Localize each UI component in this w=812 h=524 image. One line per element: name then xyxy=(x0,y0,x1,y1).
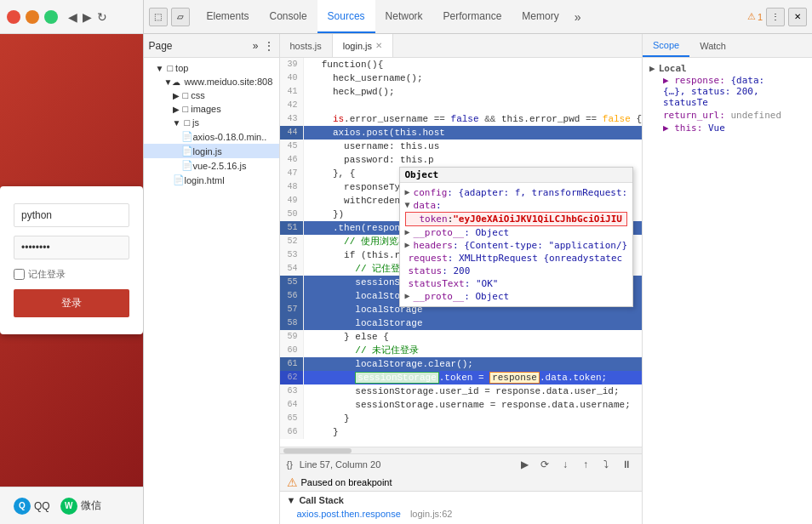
tree-item-loginjs[interactable]: 📄 login.js xyxy=(144,144,279,158)
line-41: 41 heck_pwd(); xyxy=(280,85,643,99)
popup-row-proto2: ▶ __proto__ : Object xyxy=(405,290,628,303)
debug-controls: ▶ ⟳ ↓ ↑ ⤵ ⏸ xyxy=(516,456,635,473)
toolbar-icon-refresh: ↻ xyxy=(97,10,107,24)
tree-item-css[interactable]: ▶ □ css xyxy=(144,88,279,102)
local-label: Local xyxy=(659,63,687,74)
tree-label-images: □ images xyxy=(183,104,221,114)
file-icon-vuejs: 📄 xyxy=(181,160,193,171)
line-42: 42 xyxy=(280,99,643,112)
devtools-topbar: ⬚ ▱ Elements Console Sources Network Per… xyxy=(144,0,813,34)
scope-panel: Scope Watch ▶ Local ▶ response: {data: {… xyxy=(642,34,812,524)
more-icon[interactable]: » xyxy=(253,40,259,52)
username-field[interactable]: python xyxy=(14,203,129,227)
warning-count: 1 xyxy=(758,12,763,22)
callstack-item[interactable]: axios.post.then.response login.js:62 xyxy=(287,507,636,521)
close-login-tab[interactable]: ✕ xyxy=(375,41,382,50)
minimize-dot xyxy=(26,10,39,24)
tree-label-top: □ top xyxy=(167,63,188,73)
hosts-tab-label: hosts.js xyxy=(290,41,322,51)
device-icon[interactable]: ▱ xyxy=(171,8,190,26)
tree-item-axios[interactable]: 📄 axios-0.18.0.min.. xyxy=(144,129,279,144)
file-tree-add-icon[interactable]: ⋮ xyxy=(264,40,274,52)
warning-badge: ⚠ 1 xyxy=(747,11,763,22)
tab-performance[interactable]: Performance xyxy=(433,0,512,33)
line-40: 40 heck_username(); xyxy=(280,71,643,85)
scope-content: ▶ Local ▶ response: {data: {…}, status: … xyxy=(643,58,812,524)
username-input[interactable]: python xyxy=(14,203,129,227)
line-59: 59 } else { xyxy=(280,330,643,344)
password-input[interactable] xyxy=(14,236,129,259)
tree-item-loginhtml[interactable]: 📄 login.html xyxy=(144,173,279,187)
line-62: 62 sessionStorage.token = response.data.… xyxy=(280,371,643,384)
devtools-main-content: Page » ⋮ ▼ □ top ▼☁ www.meiduo.site:808 … xyxy=(144,34,813,524)
inspect-icon[interactable]: ⬚ xyxy=(149,8,168,26)
callstack-fn: axios.post.then.response xyxy=(297,509,401,519)
tab-elements[interactable]: Elements xyxy=(197,0,260,33)
scope-tab-scope[interactable]: Scope xyxy=(643,34,689,57)
file-icon-loginjs: 📄 xyxy=(181,145,193,157)
tree-item-js[interactable]: ▼ □ js xyxy=(144,116,279,129)
wechat-login-btn[interactable]: W 微信 xyxy=(60,498,101,515)
horizontal-scrollbar[interactable] xyxy=(280,447,643,453)
page-tree-label: Page xyxy=(149,40,173,52)
tree-label-loginhtml: login.html xyxy=(185,175,225,185)
wechat-label: 微信 xyxy=(81,498,101,513)
code-tab-hosts[interactable]: hosts.js xyxy=(280,34,333,57)
popup-content: ▶ config : {adapter: f, transformRequest… xyxy=(400,183,633,306)
code-panel: hosts.js login.js ✕ 39 function(){ 40 he… xyxy=(280,34,643,524)
toolbar-icon-forward: ▶ xyxy=(83,10,92,24)
popup-row-statustext: statusText : "OK" xyxy=(405,277,628,290)
line-66: 66 } xyxy=(280,425,643,439)
line-60: 60 // 未记住登录 xyxy=(280,344,643,357)
hover-popup: Object ▶ config : {adapter: f, transform… xyxy=(399,167,634,307)
scope-response: ▶ response: {data: {…}, status: 200, sta… xyxy=(649,74,805,109)
code-tab-login[interactable]: login.js ✕ xyxy=(333,34,393,57)
popup-row-data: ▼ data : xyxy=(405,199,628,212)
tab-network[interactable]: Network xyxy=(375,0,433,33)
popup-title: Object xyxy=(400,168,633,183)
tree-label-meiduo: www.meiduo.site:808 xyxy=(184,77,272,87)
debug-step-into[interactable]: ↓ xyxy=(557,456,574,473)
login-button[interactable]: 登录 xyxy=(14,289,129,317)
password-field[interactable] xyxy=(14,236,129,259)
cloud-icon: ▼☁ xyxy=(164,77,181,87)
file-tree-panel: Page » ⋮ ▼ □ top ▼☁ www.meiduo.site:808 … xyxy=(144,34,280,524)
scope-tab-watch[interactable]: Watch xyxy=(689,34,736,57)
browser-toolbar: ◀ ▶ ↻ xyxy=(0,0,143,34)
tree-label-vuejs: vue-2.5.16.js xyxy=(193,161,247,171)
status-line-col: Line 57, Column 20 xyxy=(300,459,380,470)
qq-icon: Q xyxy=(14,498,31,515)
popup-row-proto1: ▶ __proto__ : Object xyxy=(405,226,628,239)
tree-item-images[interactable]: ▶ □ images xyxy=(144,102,279,116)
more-tabs-btn[interactable]: » xyxy=(569,0,586,33)
tab-memory[interactable]: Memory xyxy=(512,0,569,33)
close-devtools-btn[interactable]: ✕ xyxy=(788,8,807,26)
pause-indicator: ⚠ Paused on breakpoint xyxy=(280,474,643,492)
tab-sources[interactable]: Sources xyxy=(317,0,375,33)
debug-continue[interactable]: ▶ xyxy=(516,456,533,473)
line-63: 63 sessionStorage.user_id = response.dat… xyxy=(280,384,643,398)
code-content[interactable]: 39 function(){ 40 heck_username(); 41 he… xyxy=(280,58,643,447)
debug-step[interactable]: ⤵ xyxy=(598,456,615,473)
devtools-right-icons: ⚠ 1 ⋮ ✕ xyxy=(747,8,807,26)
callstack-header: ▼ Call Stack xyxy=(287,495,636,505)
tree-item-top[interactable]: ▼ □ top xyxy=(144,61,279,75)
line-64: 64 sessionStorage.username = response.da… xyxy=(280,398,643,412)
settings-icon[interactable]: ⋮ xyxy=(766,8,785,26)
login-box: python 记住登录 登录 xyxy=(0,186,143,334)
debug-deactivate[interactable]: ⏸ xyxy=(618,456,635,473)
remember-checkbox[interactable] xyxy=(14,269,25,280)
debug-step-out[interactable]: ↑ xyxy=(577,456,594,473)
tree-item-meiduo[interactable]: ▼☁ www.meiduo.site:808 xyxy=(144,75,279,88)
tab-console[interactable]: Console xyxy=(260,0,317,33)
tree-label-js: □ js xyxy=(184,117,199,128)
popup-row-token: token : "eyJ0eXAiOiJKV1QiLCJhbGciOiJIU xyxy=(405,212,628,226)
maximize-dot xyxy=(44,10,58,24)
tree-item-vuejs[interactable]: 📄 vue-2.5.16.js xyxy=(144,158,279,173)
login-bottom-bar: Q QQ W 微信 xyxy=(0,487,143,524)
remember-row[interactable]: 记住登录 xyxy=(14,268,129,281)
login-preview: python 记住登录 登录 xyxy=(0,34,143,487)
qq-login-btn[interactable]: Q QQ xyxy=(14,498,50,515)
debug-step-over[interactable]: ⟳ xyxy=(536,456,553,473)
file-tree-header: Page » ⋮ xyxy=(144,34,279,58)
